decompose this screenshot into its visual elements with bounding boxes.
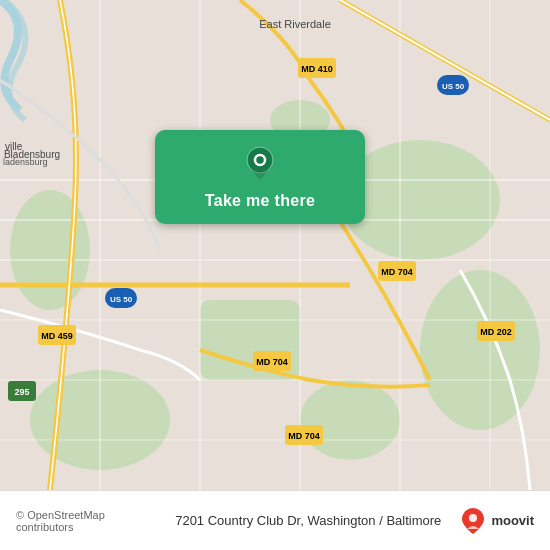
svg-text:MD 202: MD 202 xyxy=(480,327,512,337)
svg-text:MD 410: MD 410 xyxy=(301,64,333,74)
map-container: MD 410 US 50 US 50 MD 704 MD 704 MD 704 … xyxy=(0,0,550,490)
moovit-brand-text: moovit xyxy=(491,513,534,528)
svg-point-5 xyxy=(10,190,90,310)
svg-text:US 50: US 50 xyxy=(442,82,465,91)
take-me-there-button[interactable]: Take me there xyxy=(155,130,365,224)
svg-text:ladensburg: ladensburg xyxy=(3,157,48,167)
address-text: 7201 Country Club Dr, Washington / Balti… xyxy=(167,513,449,528)
svg-text:295: 295 xyxy=(14,387,29,397)
svg-text:MD 459: MD 459 xyxy=(41,331,73,341)
svg-text:MD 704: MD 704 xyxy=(381,267,413,277)
moovit-logo: moovit xyxy=(459,507,534,535)
bottom-bar: © OpenStreetMap contributors 7201 Countr… xyxy=(0,490,550,550)
svg-text:ville: ville xyxy=(5,141,23,152)
svg-text:MD 704: MD 704 xyxy=(256,357,288,367)
moovit-icon xyxy=(459,507,487,535)
take-me-there-label: Take me there xyxy=(205,192,315,210)
svg-point-3 xyxy=(300,380,400,460)
location-pin-icon xyxy=(242,146,278,182)
svg-text:East Riverdale: East Riverdale xyxy=(259,18,331,30)
copyright-text: © OpenStreetMap contributors xyxy=(16,509,157,533)
svg-point-2 xyxy=(420,270,540,430)
svg-text:MD 704: MD 704 xyxy=(288,431,320,441)
svg-point-45 xyxy=(469,514,477,522)
svg-text:US 50: US 50 xyxy=(110,295,133,304)
